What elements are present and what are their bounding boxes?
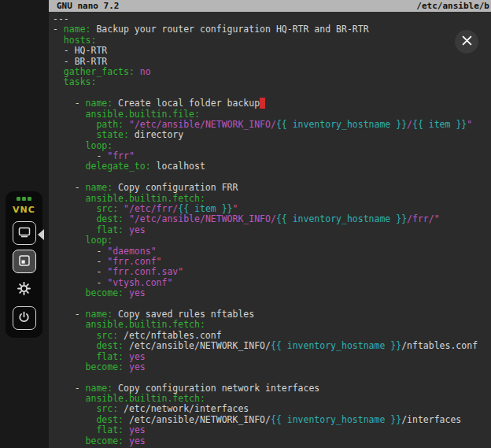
editor-line: - "frr"	[53, 151, 491, 161]
code-segment: loop:	[86, 235, 113, 246]
code-segment: Copy saved rules nftables	[113, 309, 254, 320]
editor-line: dest: /etc/ansible/NETWORK_INFO/{{ inven…	[53, 341, 491, 351]
fullscreen-icon	[18, 254, 31, 269]
code-segment: src:	[96, 403, 118, 414]
code-segment	[53, 224, 96, 235]
code-segment	[53, 414, 96, 425]
editor-line	[53, 88, 491, 98]
code-segment: ansible.builtin.fetch:	[86, 193, 205, 204]
code-segment: -	[53, 266, 107, 277]
editor-line	[53, 299, 491, 309]
editor-line: loop:	[53, 141, 491, 151]
editor-line: tasks:	[53, 77, 491, 87]
code-segment: "daemons"	[107, 246, 156, 257]
code-segment: -	[53, 246, 107, 257]
code-segment: src:	[96, 203, 118, 214]
editor-line: - "frr.conf.sav"	[53, 267, 491, 277]
code-segment	[53, 330, 96, 341]
code-segment	[53, 193, 86, 204]
code-segment: name:	[86, 98, 113, 109]
code-segment	[53, 287, 86, 298]
code-segment	[53, 35, 64, 46]
code-segment: /etc/ansible/NETWORK_INFO/	[124, 340, 271, 351]
editor-line: become: yes	[53, 288, 491, 298]
code-segment: dest:	[96, 340, 124, 351]
code-segment: yes	[129, 351, 146, 362]
editor-line: become: yes	[53, 436, 491, 446]
code-segment: name:	[86, 383, 113, 394]
code-segment: {{ item }}	[412, 119, 467, 130]
code-segment: yes	[129, 287, 146, 298]
editor-line: ansible.builtin.file:	[53, 109, 491, 120]
editor-line: delegate_to: localhost	[53, 161, 491, 172]
code-segment	[124, 424, 129, 435]
code-segment: hosts:	[64, 35, 97, 46]
editor-line: - name: Backup your router configuration…	[53, 24, 491, 35]
code-segment	[53, 361, 86, 372]
code-segment: yes	[129, 435, 146, 446]
sidebar-collapse-handle[interactable]	[38, 229, 44, 240]
editor-line: src: /etc/nftables.conf	[53, 331, 491, 341]
settings-button[interactable]	[13, 278, 36, 302]
close-button[interactable]	[455, 30, 478, 54]
code-segment: delegate_to:	[86, 161, 151, 172]
code-segment: -	[53, 256, 107, 267]
code-segment	[118, 203, 124, 214]
fullscreen-button[interactable]	[13, 250, 36, 273]
code-segment: "	[233, 203, 238, 214]
code-segment: directory	[129, 129, 183, 140]
text-cursor	[260, 98, 265, 109]
code-segment: -	[53, 98, 86, 109]
code-segment	[124, 224, 129, 235]
editor-line: - "vtysh.conf"	[53, 278, 491, 288]
editor-line: path: "/etc/ansible/NETWORK_INFO/{{ inve…	[53, 120, 491, 130]
display-button[interactable]	[13, 221, 36, 245]
code-segment	[53, 213, 96, 224]
vnc-sidebar: VNC	[0, 0, 49, 448]
gear-icon	[17, 281, 31, 298]
nano-titlebar: GNU nano 7.2 /etc/ansible/b	[49, 0, 491, 12]
code-segment	[53, 319, 86, 330]
code-segment: -	[53, 277, 107, 288]
power-button[interactable]	[13, 306, 36, 330]
editor-line: state: directory	[53, 130, 491, 140]
editor-line: ---	[53, 14, 491, 24]
code-segment	[53, 119, 96, 130]
code-segment: localhost	[151, 161, 205, 172]
terminal-window[interactable]: GNU nano 7.2 /etc/ansible/b ---- name: B…	[49, 0, 491, 448]
code-segment: "frr.conf.sav"	[107, 266, 183, 277]
code-segment	[53, 76, 64, 87]
code-segment: ansible.builtin.fetch:	[86, 319, 205, 330]
editor-line: src: /etc/network/interfaces	[53, 404, 491, 414]
code-segment: "/etc/ansible/NETWORK_INFO/	[129, 119, 276, 130]
code-segment: dest:	[96, 414, 124, 425]
editor-line: ansible.builtin.fetch:	[53, 194, 491, 204]
code-segment: /frr/"	[407, 213, 440, 224]
code-segment	[124, 361, 129, 372]
code-segment	[53, 66, 64, 77]
code-segment: ansible.builtin.file:	[86, 109, 200, 120]
editor-line: dest: "/etc/ansible/NETWORK_INFO/{{ inve…	[53, 214, 491, 224]
code-segment: /etc/nftables.conf	[118, 330, 222, 341]
code-segment	[53, 351, 96, 362]
code-segment	[53, 424, 96, 435]
editor-content[interactable]: ---- name: Backup your router configurat…	[49, 12, 491, 446]
editor-line: src: "/etc/frr/{{ item }}"	[53, 204, 491, 214]
editor-line: become: yes	[53, 362, 491, 372]
code-segment	[53, 140, 86, 151]
vnc-control-panel: VNC	[6, 191, 42, 338]
code-segment: name:	[64, 24, 91, 35]
editor-line: - HQ-RTR	[53, 46, 491, 56]
display-icon	[18, 226, 31, 241]
code-segment: "frr"	[107, 150, 135, 161]
code-segment: flat:	[96, 224, 124, 235]
code-segment: tasks:	[64, 76, 97, 87]
code-segment: flat:	[96, 351, 124, 362]
code-segment: -	[53, 150, 107, 161]
code-segment: become:	[86, 287, 124, 298]
editor-line: - name: Copy configuration FRR	[53, 183, 491, 193]
code-segment: yes	[129, 361, 146, 372]
editor-line	[53, 372, 491, 383]
code-segment: /interfaces	[401, 414, 461, 425]
nano-file-path: /etc/ansible/b	[416, 0, 489, 12]
